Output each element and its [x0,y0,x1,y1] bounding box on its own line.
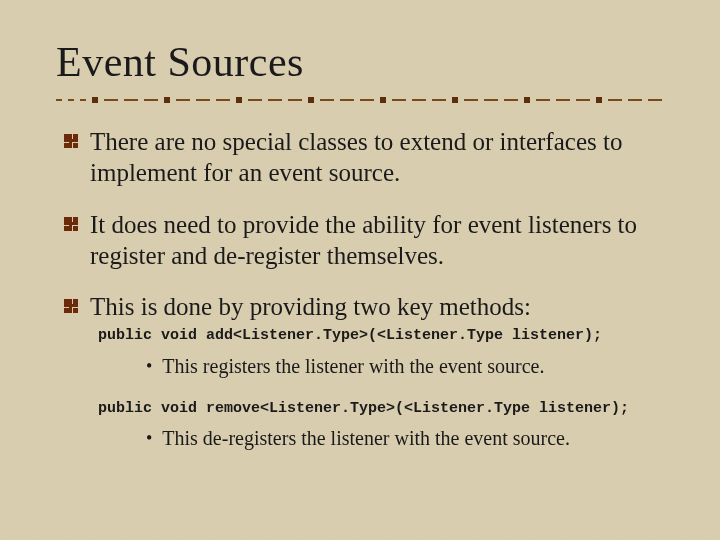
sub-bullet-text: This registers the listener with the eve… [162,354,544,379]
bullet-icon [64,299,78,313]
bullet-item: It does need to provide the ability for … [64,209,664,272]
bullet-icon [64,134,78,148]
bullet-item: This is done by providing two key method… [64,291,664,322]
code-line: public void add<Listener.Type>(<Listener… [98,326,664,346]
sub-bullet: • This de-registers the listener with th… [146,426,664,451]
dot-icon: • [146,357,152,375]
bullet-text: It does need to provide the ability for … [90,209,664,272]
sub-bullet-text: This de-registers the listener with the … [162,426,570,451]
bullet-text: This is done by providing two key method… [90,291,531,322]
title-divider [56,96,664,104]
slide: Event Sources There are no special class… [0,0,720,540]
slide-title: Event Sources [56,38,664,86]
bullet-text: There are no special classes to extend o… [90,126,664,189]
sub-bullet: • This registers the listener with the e… [146,354,664,379]
dot-icon: • [146,429,152,447]
code-line: public void remove<Listener.Type>(<Liste… [98,399,664,419]
slide-body: There are no special classes to extend o… [56,126,664,451]
bullet-icon [64,217,78,231]
bullet-item: There are no special classes to extend o… [64,126,664,189]
sub-content: public void add<Listener.Type>(<Listener… [98,326,664,451]
